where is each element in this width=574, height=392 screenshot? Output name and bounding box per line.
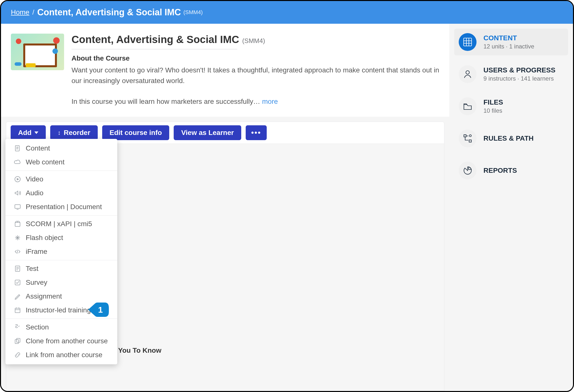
more-link[interactable]: more bbox=[262, 98, 278, 105]
add-item-web-content[interactable]: Web content bbox=[5, 155, 117, 169]
sidebar-item-files[interactable]: FILES10 files bbox=[454, 93, 568, 120]
clone-icon bbox=[14, 337, 21, 345]
cloud-icon bbox=[14, 158, 21, 166]
annotation-number: 1 bbox=[98, 305, 103, 315]
svg-point-33 bbox=[469, 135, 471, 137]
grid-icon bbox=[459, 33, 477, 51]
add-item-link-from-another-course[interactable]: Link from another course bbox=[5, 348, 117, 362]
divider bbox=[72, 49, 237, 49]
menu-separator bbox=[5, 260, 117, 260]
add-item-iframe[interactable]: iFrame bbox=[5, 245, 117, 259]
add-item-label: Clone from another course bbox=[26, 337, 108, 345]
reorder-button[interactable]: ↕ Reorder bbox=[50, 125, 97, 140]
course-title: Content, Advertising & Social IMC bbox=[72, 34, 239, 45]
path-icon bbox=[459, 130, 477, 147]
sidebar-item-users[interactable]: USERS & PROGRESS9 instructors · 141 lear… bbox=[454, 61, 568, 87]
pie-icon bbox=[459, 162, 477, 179]
add-item-content[interactable]: Content bbox=[5, 141, 117, 155]
add-item-test[interactable]: Test bbox=[5, 262, 117, 276]
svg-rect-31 bbox=[464, 135, 466, 137]
add-item-label: Link from another course bbox=[26, 351, 102, 359]
add-item-label: Survey bbox=[26, 279, 47, 286]
add-button-label: Add bbox=[18, 129, 31, 137]
menu-separator bbox=[5, 171, 117, 171]
add-item-flash-object[interactable]: Flash object bbox=[5, 231, 117, 245]
sidebar-item-title: FILES bbox=[483, 98, 503, 106]
sidebar-item-subtitle: 9 instructors · 141 learners bbox=[483, 75, 555, 82]
add-item-label: Test bbox=[26, 265, 38, 273]
svg-rect-19 bbox=[15, 308, 20, 313]
sidebar: CONTENT12 units · 1 inactiveUSERS & PROG… bbox=[449, 24, 573, 391]
annotation-badge-1: 1 bbox=[88, 302, 109, 317]
sidebar-item-title: RULES & PATH bbox=[483, 134, 534, 142]
edit-info-button-label: Edit course info bbox=[110, 129, 162, 137]
view-as-learner-button[interactable]: View as Learner bbox=[174, 125, 241, 140]
add-item-label: Section bbox=[26, 323, 49, 331]
assign-icon bbox=[14, 293, 21, 300]
add-item-scorm-xapi-cmi5[interactable]: SCORM | xAPI | cmi5 bbox=[5, 217, 117, 231]
user-icon bbox=[459, 65, 477, 83]
add-item-audio[interactable]: Audio bbox=[5, 186, 117, 200]
breadcrumb-sep: / bbox=[32, 8, 34, 16]
more-actions-button[interactable]: ••• bbox=[246, 125, 267, 140]
reorder-icon: ↕ bbox=[58, 129, 61, 136]
ilt-icon bbox=[14, 306, 21, 314]
svg-point-30 bbox=[466, 71, 469, 74]
add-item-presentation-document[interactable]: Presentation | Document bbox=[5, 200, 117, 214]
add-item-label: Flash object bbox=[26, 234, 63, 242]
sidebar-item-title: CONTENT bbox=[483, 34, 534, 42]
folder-icon bbox=[459, 97, 477, 115]
add-item-label: Presentation | Document bbox=[26, 203, 102, 211]
add-item-assignment[interactable]: Assignment bbox=[5, 289, 117, 303]
edit-info-button[interactable]: Edit course info bbox=[102, 125, 169, 140]
play-icon bbox=[14, 175, 21, 183]
breadcrumb-title: Content, Advertising & Social IMC bbox=[37, 7, 181, 18]
file-icon bbox=[14, 145, 21, 152]
flash-icon bbox=[14, 234, 21, 241]
app-frame: Home / Content, Advertising & Social IMC… bbox=[0, 0, 574, 392]
svg-rect-18 bbox=[15, 280, 20, 285]
add-item-survey[interactable]: Survey bbox=[5, 276, 117, 289]
course-description: Want your content to go viral? Who doesn… bbox=[72, 66, 439, 85]
breadcrumb-code: (SMM4) bbox=[183, 9, 203, 16]
screen-icon bbox=[14, 203, 21, 211]
sidebar-item-title: USERS & PROGRESS bbox=[483, 66, 555, 74]
add-item-label: Content bbox=[26, 144, 50, 152]
sidebar-item-rules[interactable]: RULES & PATH bbox=[454, 125, 568, 152]
add-item-video[interactable]: Video bbox=[5, 172, 117, 186]
svg-rect-5 bbox=[15, 205, 20, 208]
add-item-label: SCORM | xAPI | cmi5 bbox=[26, 220, 92, 228]
package-icon bbox=[14, 220, 21, 228]
add-item-label: Audio bbox=[26, 189, 44, 197]
svg-rect-7 bbox=[15, 222, 20, 226]
add-button[interactable]: Add bbox=[11, 125, 46, 140]
survey-icon bbox=[14, 279, 21, 286]
course-header: Content, Advertising & Social IMC (SMM4)… bbox=[1, 24, 449, 117]
breadcrumb-home[interactable]: Home bbox=[11, 8, 29, 16]
menu-separator bbox=[5, 215, 117, 216]
menu-separator bbox=[5, 319, 117, 319]
add-item-label: Video bbox=[26, 175, 43, 183]
add-item-clone-from-another-course[interactable]: Clone from another course bbox=[5, 334, 117, 348]
section-icon bbox=[14, 324, 21, 331]
chevron-down-icon bbox=[34, 131, 38, 134]
course-description-2: In this course you will learn how market… bbox=[72, 98, 262, 105]
view-as-learner-button-label: View as Learner bbox=[181, 129, 234, 137]
sidebar-item-content[interactable]: CONTENT12 units · 1 inactive bbox=[454, 29, 568, 55]
add-dropdown[interactable]: ContentWeb contentVideoAudioPresentation… bbox=[5, 139, 117, 364]
audio-icon bbox=[14, 189, 21, 197]
add-item-label: Assignment bbox=[26, 292, 62, 300]
reorder-button-label: Reorder bbox=[64, 129, 90, 137]
add-item-label: Web content bbox=[26, 158, 65, 166]
svg-line-13 bbox=[17, 250, 18, 254]
sidebar-item-reports[interactable]: REPORTS bbox=[454, 157, 568, 184]
add-item-section[interactable]: Section bbox=[5, 320, 117, 334]
svg-rect-25 bbox=[464, 38, 472, 46]
add-item-label: Instructor-led training bbox=[26, 306, 91, 314]
sidebar-item-subtitle: 12 units · 1 inactive bbox=[483, 43, 534, 50]
link-icon bbox=[14, 351, 21, 359]
sidebar-item-subtitle: 10 files bbox=[483, 107, 503, 114]
svg-rect-32 bbox=[469, 140, 471, 142]
sidebar-item-title: REPORTS bbox=[483, 167, 517, 174]
iframe-icon bbox=[14, 248, 21, 255]
